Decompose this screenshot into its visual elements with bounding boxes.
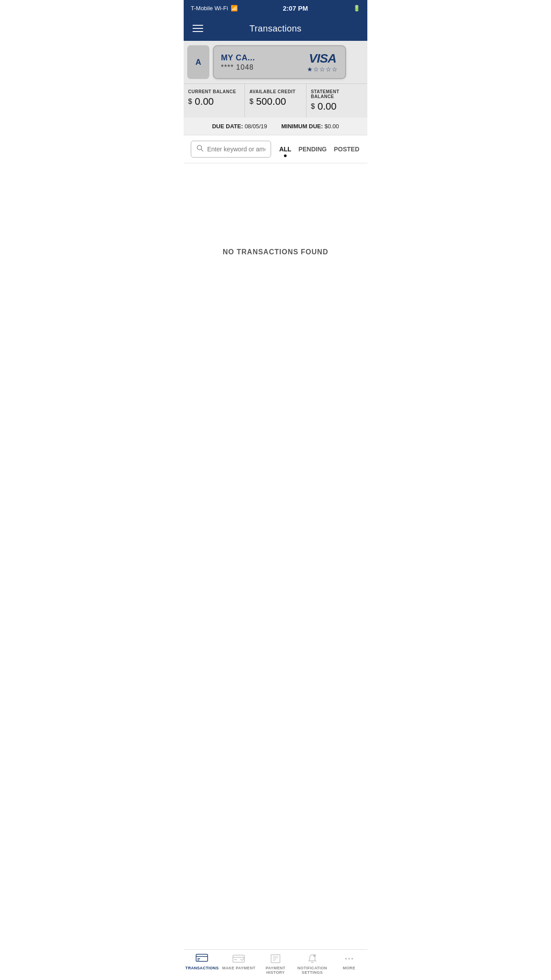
search-icon [197, 145, 204, 154]
search-box[interactable] [191, 141, 271, 158]
search-input[interactable] [207, 146, 265, 153]
statement-balance-item: STATEMENT BALANCE $ 0.00 [307, 84, 367, 118]
search-filter-row: ALL PENDING POSTED [184, 135, 367, 163]
minimum-due-label: MINIMUM DUE: [281, 123, 323, 130]
statement-balance-amount: 0.00 [318, 101, 337, 112]
wifi-icon: 📶 [231, 5, 238, 12]
card-item-main[interactable]: MY CA... **** 1048 VISA ★☆☆☆☆ [213, 45, 346, 79]
empty-state-message: NO TRANSACTIONS FOUND [223, 248, 328, 256]
current-balance-label: CURRENT BALANCE [188, 89, 240, 94]
current-balance-dollar: $ [188, 98, 192, 106]
current-balance-item: CURRENT BALANCE $ 0.00 [184, 84, 245, 118]
card-carousel[interactable]: A MY CA... **** 1048 VISA ★☆☆☆☆ [184, 41, 367, 83]
status-bar: T-Mobile Wi-Fi 📶 2:07 PM 🔋 [184, 0, 367, 16]
content-area: NO TRANSACTIONS FOUND [184, 163, 367, 341]
statement-balance-dollar: $ [311, 103, 315, 111]
hamburger-line-1 [193, 25, 203, 26]
filter-tab-pending[interactable]: PENDING [298, 144, 328, 154]
hamburger-line-3 [193, 31, 203, 32]
available-credit-value: $ 500.00 [249, 96, 301, 107]
status-time: 2:07 PM [283, 4, 308, 12]
filter-tabs: ALL PENDING POSTED [278, 144, 360, 154]
minimum-due-value: $0.00 [325, 123, 339, 130]
available-credit-amount: 500.00 [256, 96, 286, 107]
statement-balance-label: STATEMENT BALANCE [311, 89, 363, 99]
available-credit-dollar: $ [249, 98, 253, 106]
filter-tab-posted-label: POSTED [334, 146, 359, 153]
page-title: Transactions [249, 24, 301, 34]
filter-tab-all[interactable]: ALL [278, 144, 292, 154]
due-date-label: DUE DATE: [212, 123, 243, 130]
card-info: MY CA... **** 1048 [221, 53, 255, 71]
statement-balance-value: $ 0.00 [311, 101, 363, 112]
current-balance-amount: 0.00 [195, 96, 214, 107]
visa-logo: VISA [309, 51, 336, 66]
current-balance-value: $ 0.00 [188, 96, 240, 107]
carrier-text: T-Mobile Wi-Fi [191, 5, 228, 12]
card-number: **** 1048 [221, 63, 255, 71]
filter-tab-posted[interactable]: POSTED [333, 144, 360, 154]
card-prev-label: A [196, 58, 201, 67]
minimum-due-item: MINIMUM DUE: $0.00 [281, 123, 339, 130]
filter-tab-pending-label: PENDING [299, 146, 327, 153]
status-right: 🔋 [353, 5, 360, 12]
card-item-prev[interactable]: A [187, 45, 209, 79]
hamburger-line-2 [193, 28, 203, 29]
available-credit-item: AVAILABLE CREDIT $ 500.00 [245, 84, 306, 118]
card-name: MY CA... [221, 53, 255, 63]
nav-header: Transactions [184, 16, 367, 41]
due-date-bar: DUE DATE: 08/05/19 MINIMUM DUE: $0.00 [184, 118, 367, 135]
hamburger-button[interactable] [191, 23, 205, 34]
card-stars: ★☆☆☆☆ [307, 66, 338, 73]
svg-line-1 [201, 150, 203, 151]
status-left: T-Mobile Wi-Fi 📶 [191, 5, 238, 12]
card-brand: VISA ★☆☆☆☆ [307, 51, 338, 73]
due-date-value: 08/05/19 [244, 123, 267, 130]
available-credit-label: AVAILABLE CREDIT [249, 89, 301, 94]
battery-icon: 🔋 [353, 5, 360, 12]
filter-tab-all-label: ALL [279, 146, 291, 153]
filter-tab-all-dot [284, 154, 287, 157]
balance-section: CURRENT BALANCE $ 0.00 AVAILABLE CREDIT … [184, 83, 367, 118]
due-date-item: DUE DATE: 08/05/19 [212, 123, 267, 130]
